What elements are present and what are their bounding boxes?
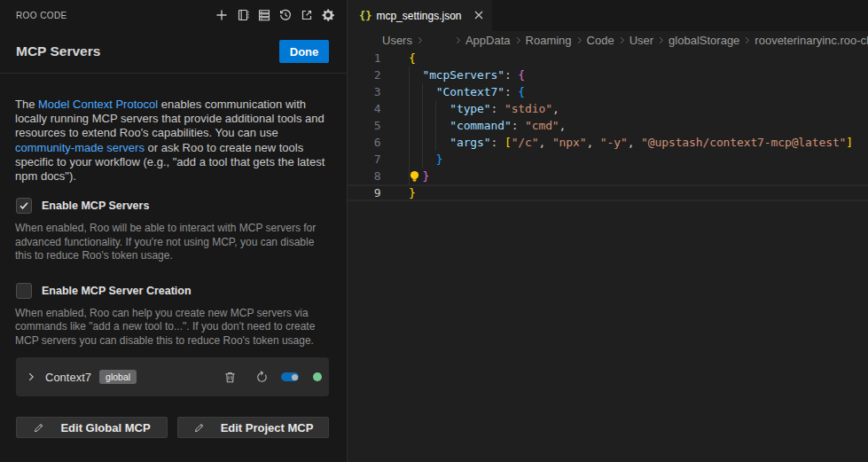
edit-global-mcp-label: Edit Global MCP	[60, 421, 150, 435]
line-number: 8	[348, 168, 381, 184]
code-line-7: 7 }	[348, 151, 868, 168]
code-line-text: "mcpServers": {	[409, 67, 525, 83]
enable-mcp-servers-row: Enable MCP Servers	[16, 198, 329, 214]
toggle-knob	[292, 374, 298, 380]
panel-content: The Model Context Protocol enables commu…	[0, 98, 347, 438]
edit-global-mcp-button[interactable]: Edit Global MCP	[16, 417, 168, 438]
code-line-text: "args": ["/c", "npx", "-y", "@upstash/co…	[409, 134, 853, 151]
breadcrumb-item[interactable]: AppData	[465, 34, 511, 47]
code-line-2: 2 "mcpServers": {	[348, 67, 868, 83]
breadcrumb-item[interactable]: Roaming	[526, 34, 572, 47]
app: ROO CODE MCP Servers Done The Model Cont…	[0, 0, 868, 462]
code-line-9: 9}	[348, 184, 868, 201]
breadcrumb-item[interactable]: Users	[382, 34, 412, 47]
notebook-icon[interactable]	[236, 8, 250, 22]
breadcrumb: UsersAppDataRoamingCodeUserglobalStorage…	[348, 31, 868, 50]
code-line-4: 4 "type": "stdio",	[348, 100, 868, 117]
enable-mcp-servers-label: Enable MCP Servers	[42, 200, 149, 212]
code-line-6: 6 "args": ["/c", "npx", "-y", "@upstash/…	[348, 134, 868, 151]
intro-paragraph: The Model Context Protocol enables commu…	[15, 98, 331, 184]
done-button[interactable]: Done	[279, 40, 329, 63]
breadcrumb-separator-icon	[416, 35, 424, 45]
breadcrumb-separator-icon	[514, 35, 522, 45]
breadcrumb-separator-icon	[454, 35, 462, 45]
line-number: 9	[348, 184, 381, 201]
server-stack-icon[interactable]	[257, 8, 271, 22]
history-icon[interactable]	[278, 8, 293, 22]
extension-title: ROO CODE	[16, 11, 67, 20]
server-row-actions	[223, 370, 322, 384]
intro-text: The	[15, 98, 38, 111]
code-line-text: "type": "stdio",	[409, 100, 559, 117]
code-line-5: 5 "command": "cmd",	[348, 117, 868, 134]
breadcrumb-separator-icon	[618, 35, 626, 45]
tab-title: mcp_settings.json	[376, 10, 461, 22]
server-status-dot	[313, 372, 322, 381]
server-name: Context7	[45, 371, 91, 384]
plus-icon[interactable]	[215, 8, 229, 22]
tab-mcp-settings[interactable]: {} mcp_settings.json	[348, 0, 492, 31]
page-title: MCP Servers	[16, 43, 100, 59]
external-link-icon[interactable]	[300, 8, 314, 22]
server-scope-badge: global	[99, 370, 137, 384]
server-enabled-toggle[interactable]	[281, 372, 299, 381]
code-line-text: }	[409, 151, 443, 168]
line-number: 6	[348, 134, 381, 151]
enable-mcp-creation-description: When enabled, Roo can help you create ne…	[15, 307, 331, 348]
editor-pane: {} mcp_settings.json UsersAppDataRoaming…	[347, 0, 868, 462]
enable-mcp-creation-checkbox[interactable]	[16, 283, 32, 299]
code-area[interactable]: 1{2 "mcpServers": {3 "Context7": {4 "typ…	[348, 50, 868, 201]
intro-link[interactable]: community-made servers	[15, 141, 145, 154]
current-line-highlight	[348, 184, 868, 201]
enable-mcp-creation-row: Enable MCP Server Creation	[16, 283, 329, 299]
line-number: 5	[348, 117, 381, 134]
gear-icon[interactable]	[321, 8, 335, 22]
breadcrumb-separator-icon	[743, 35, 751, 45]
roo-code-sidebar: ROO CODE MCP Servers Done The Model Cont…	[0, 0, 347, 462]
breadcrumb-item[interactable]: Code	[587, 34, 614, 47]
code-line-text: }	[409, 184, 416, 201]
pencil-icon	[193, 422, 205, 434]
line-number: 7	[348, 151, 381, 168]
edit-buttons-row: Edit Global MCP Edit Project MCP	[16, 417, 329, 438]
panel-header: MCP Servers Done	[0, 30, 347, 74]
code-line-3: 3 "Context7": {	[348, 83, 868, 100]
code-line-8: 8 }	[348, 168, 868, 184]
line-number: 2	[348, 67, 381, 83]
line-number: 1	[348, 50, 381, 67]
sidebar-toolbar	[215, 8, 335, 22]
enable-mcp-servers-description: When enabled, Roo will be able to intera…	[15, 222, 331, 263]
sidebar-header: ROO CODE	[0, 0, 347, 30]
code-line-text: "command": "cmd",	[409, 117, 566, 134]
trash-icon[interactable]	[223, 370, 237, 384]
code-line-1: 1{	[348, 50, 868, 67]
breadcrumb-separator-icon	[575, 35, 583, 45]
breadcrumb-item[interactable]: rooveterinaryinc.roo-cline	[755, 34, 868, 47]
chevron-right-icon[interactable]	[25, 371, 37, 383]
server-row-context7[interactable]: Context7 global	[16, 357, 329, 396]
breadcrumb-item[interactable]: User	[629, 34, 653, 47]
line-number: 4	[348, 100, 381, 117]
breadcrumb-item[interactable]: globalStorage	[669, 34, 739, 47]
enable-mcp-servers-checkbox[interactable]	[16, 198, 32, 214]
line-number: 3	[348, 83, 381, 100]
json-file-icon: {}	[359, 10, 371, 22]
enable-mcp-creation-label: Enable MCP Server Creation	[42, 285, 192, 297]
intro-link[interactable]: Model Context Protocol	[38, 98, 158, 111]
refresh-icon[interactable]	[254, 370, 269, 384]
code-line-text: "Context7": {	[409, 83, 525, 100]
tab-bar: {} mcp_settings.json	[348, 0, 868, 31]
code-line-text: {	[409, 50, 416, 67]
breadcrumb-separator-icon	[657, 35, 665, 45]
edit-project-mcp-label: Edit Project MCP	[221, 421, 314, 435]
tab-close-icon[interactable]	[474, 11, 483, 21]
edit-project-mcp-button[interactable]: Edit Project MCP	[177, 417, 329, 438]
pencil-icon	[33, 422, 44, 434]
